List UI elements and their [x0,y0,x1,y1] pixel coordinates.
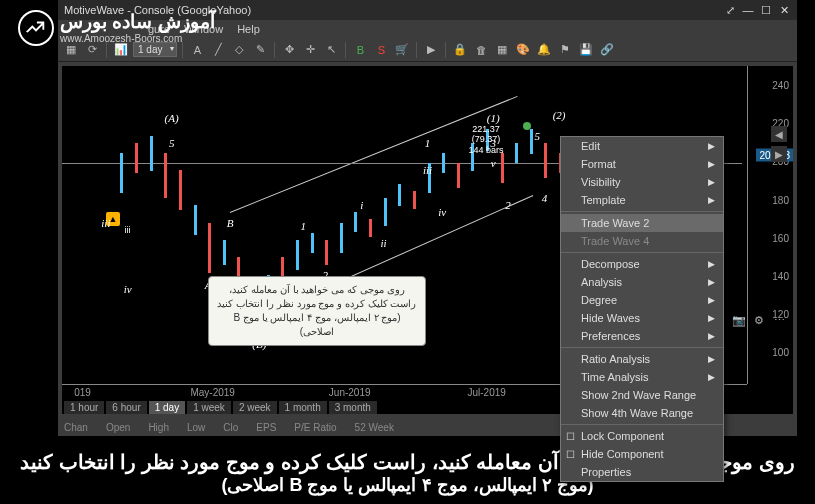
xtick: May-2019 [190,387,234,398]
replay-icon[interactable]: ▶ [422,41,440,59]
link-icon[interactable]: 🔗 [598,41,616,59]
cart-icon[interactable]: 🛒 [393,41,411,59]
callout-line1: روی موجی که می خواهید با آن معامله کنید، [217,283,417,297]
xtick: Jul-2019 [468,387,506,398]
wave-label: iv [438,206,446,218]
menu-item-hide-component[interactable]: Hide Component☐ [561,445,723,463]
menu-item-degree[interactable]: Degree▶ [561,291,723,309]
menu-item-analysis[interactable]: Analysis▶ [561,273,723,291]
settings-icon[interactable]: ⚙ [751,312,767,328]
peak-price: 221.37 [472,124,500,134]
status-chan: Chan [64,422,88,433]
crosshair-icon[interactable]: ✛ [301,41,319,59]
save-icon[interactable]: 💾 [577,41,595,59]
menu-item-preferences[interactable]: Preferences▶ [561,327,723,345]
menu-item-show-4th-wave-range[interactable]: Show 4th Wave Range [561,404,723,422]
tf-6hour[interactable]: 6 hour [106,401,146,414]
buy-icon[interactable]: B [351,41,369,59]
ytick: 180 [772,194,789,205]
menu-item-edit[interactable]: Edit▶ [561,137,723,155]
wave-label: 2 [505,199,511,211]
timeframe-row: 1 hour 6 hour 1 day 1 week 2 week 1 mont… [64,401,377,414]
wave-label: 3 [491,137,497,149]
menu-item-format[interactable]: Format▶ [561,155,723,173]
brand-logo-icon [18,10,54,46]
close-icon[interactable]: ✕ [777,3,791,17]
wave-label: (A) [165,112,179,124]
peak-bars: 144 bars [468,145,503,155]
callout-line2: راست کلیک کرده و موج مورد نظر را انتخاب … [217,297,417,311]
menu-item-trade-wave-2[interactable]: Trade Wave 2 [561,214,723,232]
callout-line3: (موج ۲ ایمپالس، موج ۴ ایمپالس یا موج B ا… [217,311,417,339]
pointer-icon[interactable]: ↖ [322,41,340,59]
wave-label: 5 [534,130,540,142]
tf-1day[interactable]: 1 day [149,401,185,414]
wave-label: iii [423,164,432,176]
trash-icon[interactable]: 🗑 [472,41,490,59]
menu-item-template[interactable]: Template▶ [561,191,723,209]
maximize-icon[interactable]: ☐ [759,3,773,17]
menu-item-time-analysis[interactable]: Time Analysis▶ [561,368,723,386]
lock-icon[interactable]: 🔒 [451,41,469,59]
menu-item-lock-component[interactable]: Lock Component☐ [561,427,723,445]
context-menu: Edit▶Format▶Visibility▶Template▶Trade Wa… [560,136,724,482]
right-tool-icons: ◀ ▶ [771,126,787,162]
xtick: Jun-2019 [329,387,371,398]
menu-item-decompose[interactable]: Decompose▶ [561,255,723,273]
marker-icon: iii [120,223,134,237]
more-icon[interactable]: ⋯ [771,312,787,328]
draw-tool-icon[interactable]: ✎ [251,41,269,59]
status-open: Open [106,422,130,433]
grid-icon[interactable]: ▦ [493,41,511,59]
brand-name: آموزش ساده بورس [60,12,215,33]
menu-item-show-2nd-wave-range[interactable]: Show 2nd Wave Range [561,386,723,404]
tf-1hour[interactable]: 1 hour [64,401,104,414]
tf-1month[interactable]: 1 month [279,401,327,414]
xtick: 019 [74,387,91,398]
ytick: 100 [772,347,789,358]
wave-label: B [227,217,234,229]
status-52w: 52 Week [355,422,394,433]
menu-item-properties[interactable]: Properties [561,463,723,481]
shape-tool-icon[interactable]: ◇ [230,41,248,59]
menu-item-ratio-analysis[interactable]: Ratio Analysis▶ [561,350,723,368]
callout-tooltip: روی موجی که می خواهید با آن معامله کنید،… [208,276,426,346]
camera-icon[interactable]: 📷 [731,312,747,328]
brand-watermark: آموزش ساده بورس www.Amoozesh-Boors.com [18,10,215,46]
menu-item-visibility[interactable]: Visibility▶ [561,173,723,191]
status-low: Low [187,422,205,433]
sell-icon[interactable]: S [372,41,390,59]
trend-line-upper [230,96,518,213]
y-axis: 100 120 140 160 180 200 220 240 203.43 [747,66,793,384]
wave-label: ii [381,237,387,249]
wave-label: 4 [542,192,548,204]
ytick: 140 [772,270,789,281]
menu-item-hide-waves[interactable]: Hide Waves▶ [561,309,723,327]
wave-label: i [360,199,363,211]
menu-item-trade-wave-4: Trade Wave 4 [561,232,723,250]
collapse-icon[interactable]: ⤢ [723,3,737,17]
status-eps: EPS [256,422,276,433]
wave-label: 1 [300,220,306,232]
wave-label: iii [101,217,110,229]
minimize-icon[interactable]: — [741,3,755,17]
scroll-left-icon[interactable]: ◀ [771,126,787,142]
alert-icon[interactable]: 🔔 [535,41,553,59]
tf-3month[interactable]: 3 month [329,401,377,414]
status-high: High [148,422,169,433]
tf-2week[interactable]: 2 week [233,401,277,414]
flag-icon[interactable]: ⚑ [556,41,574,59]
wave-label: (1) [487,112,500,124]
pan-icon[interactable]: ✥ [280,41,298,59]
ytick: 160 [772,232,789,243]
wave-label: 5 [169,137,175,149]
wave-label: iv [124,283,132,295]
wave-label: v [491,157,496,169]
scroll-right-icon[interactable]: ▶ [771,146,787,162]
wave-label: 1 [425,137,431,149]
palette-icon[interactable]: 🎨 [514,41,532,59]
menu-help[interactable]: Help [237,23,260,35]
brand-url: www.Amoozesh-Boors.com [60,33,215,44]
status-close: Clo [223,422,238,433]
tf-1week[interactable]: 1 week [187,401,231,414]
